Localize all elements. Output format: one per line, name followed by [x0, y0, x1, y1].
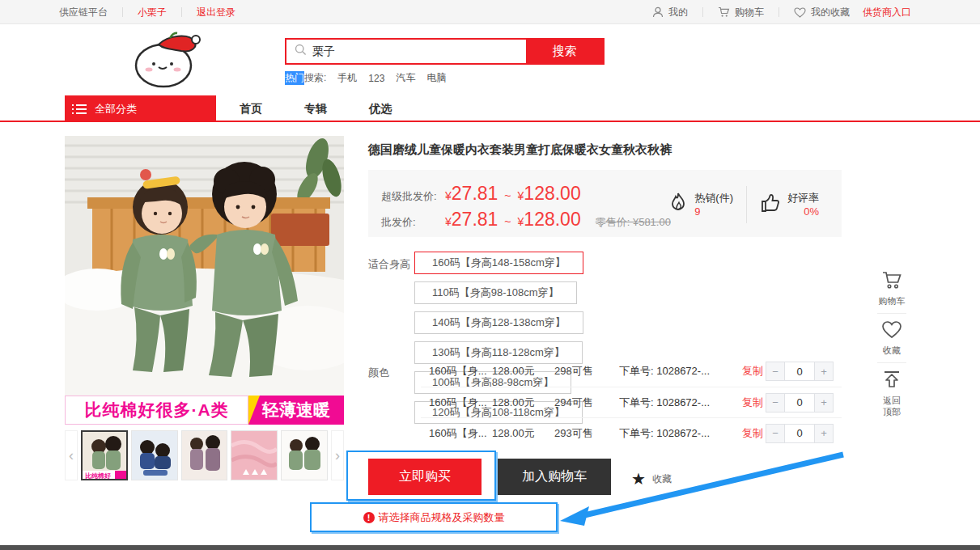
cart-link[interactable]: 购物车 — [718, 6, 764, 19]
search-input-area — [286, 40, 526, 63]
sku-name: 160码【身... — [421, 364, 492, 379]
currency-symbol: ¥ — [518, 215, 524, 228]
thumbnail-2[interactable] — [131, 430, 178, 480]
search-icon — [295, 44, 307, 59]
price-range-tilde: ~ — [504, 189, 511, 202]
promo-banner-right-text: 轻薄速暖 — [248, 396, 344, 425]
quantity-minus-button[interactable]: − — [766, 362, 785, 381]
back-to-top-label: 返回顶部 — [883, 395, 901, 417]
sku-stock: 294可售 — [554, 396, 619, 410]
supplier-entry-link[interactable]: 供货商入口 — [863, 6, 911, 19]
promo-banner[interactable]: 比纯棉好很多·A类 轻薄速暖 — [65, 396, 344, 425]
side-favorite-button[interactable]: 收藏 — [881, 314, 902, 362]
super-price-max: 128.00 — [524, 183, 580, 205]
thumbnail-4[interactable] — [231, 430, 278, 480]
topbar-right: 我的 购物车 我的收藏 供货商入口 — [652, 0, 911, 24]
quantity-minus-button[interactable]: − — [766, 393, 785, 412]
quantity-minus-button[interactable]: − — [766, 424, 785, 443]
size-section-label: 适合身高 — [368, 257, 410, 272]
hot-sales-stat: 热销(件) 9 — [655, 191, 746, 218]
sku-order-number: 下单号: 1028672-... — [619, 426, 742, 441]
quantity-plus-button[interactable]: + — [814, 424, 834, 443]
add-to-cart-button[interactable]: 加入购物车 — [498, 459, 611, 495]
hot-sales-label: 热销(件) — [694, 191, 733, 205]
thumbnail-3[interactable] — [181, 430, 228, 480]
favorite-label: 收藏 — [652, 472, 672, 486]
color-section-label: 颜色 — [368, 366, 389, 380]
promo-banner-wedge — [248, 396, 260, 425]
back-to-top-button[interactable]: 返回顶部 — [881, 363, 902, 424]
hot-keyword[interactable]: 电脑 — [426, 71, 446, 85]
favorites-label: 我的收藏 — [811, 6, 850, 19]
my-account-label: 我的 — [668, 6, 688, 19]
size-option-140[interactable]: 140码【身高128-138cm穿】 — [414, 311, 583, 334]
size-option-160[interactable]: 160码【身高148-158cm穿】 — [414, 252, 583, 274]
wholesale-label: 批发价: — [381, 215, 445, 230]
hot-keyword[interactable]: 汽车 — [396, 71, 415, 85]
product-gallery: 比纯棉好很多·A类 轻薄速暖 ‹ 比纯棉好 › — [65, 136, 344, 425]
quantity-stepper: − 0 + — [766, 362, 834, 381]
thumbnail-5[interactable] — [281, 430, 328, 480]
nav-item-home[interactable]: 首页 — [240, 102, 262, 116]
cart-label: 购物车 — [735, 6, 764, 19]
topbar: 供应链平台 小栗子 退出登录 我的 购物车 我的收藏 供货商入口 — [0, 0, 980, 24]
promo-banner-left-text: 比纯棉好很多·A类 — [65, 396, 248, 425]
side-cart-button[interactable]: 购物车 — [879, 264, 906, 313]
thumbnails-next-button[interactable]: › — [331, 430, 344, 480]
arrow-up-icon — [881, 370, 902, 392]
favorites-link[interactable]: 我的收藏 — [794, 6, 850, 19]
super-price-min: 27.81 — [452, 183, 498, 205]
super-wholesale-label: 超级批发价: — [381, 189, 445, 204]
copy-button[interactable]: 复制 — [742, 396, 763, 410]
favorite-button[interactable]: ★ 收藏 — [631, 469, 672, 489]
quantity-value[interactable]: 0 — [785, 362, 814, 381]
main-nav: 全部分类 首页 专辑 优选 — [0, 95, 980, 122]
currency-symbol: ¥ — [445, 189, 452, 202]
copy-button[interactable]: 复制 — [742, 426, 763, 441]
quantity-plus-button[interactable]: + — [814, 362, 834, 381]
sku-price: 128.00元 — [492, 364, 554, 379]
search-button[interactable]: 搜索 — [526, 40, 603, 63]
price-min: 27.81 — [452, 209, 498, 231]
hot-keyword[interactable]: 123 — [368, 73, 384, 84]
hot-keyword[interactable]: 手机 — [337, 71, 357, 85]
site-logo[interactable] — [121, 30, 210, 91]
sku-list: 160码【身... 128.00元 298可售 下单号: 1028672-...… — [421, 356, 842, 448]
sku-row-3: 160码【身... 128.00元 293可售 下单号: 1028672-...… — [421, 417, 842, 448]
side-toolbar: 购物车 收藏 返回顶部 — [872, 264, 911, 424]
search-input[interactable] — [312, 45, 498, 58]
nav-item-albums[interactable]: 专辑 — [304, 102, 327, 116]
price-box: 超级批发价: ¥ 27.81 ~ ¥ 128.00 批发价: ¥ 27.81 ~… — [368, 170, 842, 237]
username-link[interactable]: 小栗子 — [138, 6, 167, 19]
my-account-link[interactable]: 我的 — [652, 6, 688, 19]
quantity-value[interactable]: 0 — [785, 424, 814, 443]
logout-link[interactable]: 退出登录 — [197, 6, 235, 19]
hot-search-label: 搜索: — [304, 71, 326, 85]
quantity-plus-button[interactable]: + — [814, 393, 834, 412]
thumbs-up-icon — [760, 192, 781, 217]
flame-icon — [668, 192, 688, 218]
copy-button[interactable]: 复制 — [742, 364, 763, 379]
product-image[interactable] — [65, 136, 344, 396]
quantity-stepper: − 0 + — [766, 424, 834, 443]
currency-symbol: ¥ — [518, 189, 524, 202]
rating-stat: 好评率 0% — [747, 191, 832, 218]
size-option-110[interactable]: 110码【身高98-108cm穿】 — [414, 281, 577, 304]
footer-bar — [0, 545, 980, 550]
divider — [122, 7, 123, 17]
thumbnail-1[interactable]: 比纯棉好 — [81, 430, 128, 480]
sku-stock: 298可售 — [554, 364, 619, 379]
search-area: 搜索 热门 搜索: 手机 123 汽车 电脑 — [285, 38, 605, 85]
all-categories-button[interactable]: 全部分类 — [65, 95, 216, 122]
currency-symbol: ¥ — [445, 215, 452, 228]
thumbnails-prev-button[interactable]: ‹ — [65, 430, 78, 480]
platform-link[interactable]: 供应链平台 — [59, 6, 108, 19]
warning-icon: ! — [363, 512, 375, 523]
heart-icon — [881, 320, 902, 342]
sku-price: 128.00元 — [492, 396, 554, 410]
cart-icon — [881, 270, 902, 293]
nav-item-featured[interactable]: 优选 — [369, 102, 392, 116]
sku-name: 160码【身... — [421, 396, 492, 410]
quantity-value[interactable]: 0 — [785, 393, 814, 412]
rating-value: 0% — [787, 205, 819, 218]
